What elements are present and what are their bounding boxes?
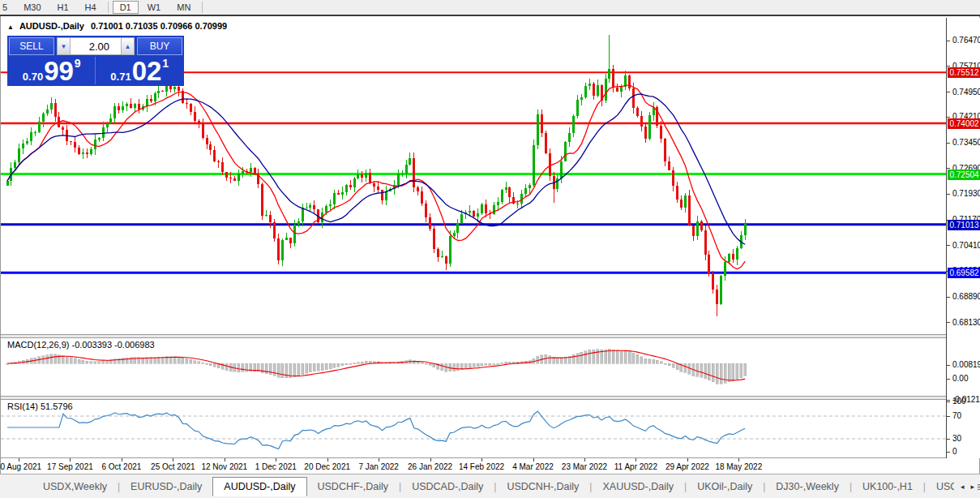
date-label: 20 Dec 2021 bbox=[304, 462, 350, 471]
tab-usdx-weekly[interactable]: USDX,Weekly bbox=[32, 478, 118, 496]
macd-axis-tick bbox=[947, 379, 950, 380]
price-level-badge: 0.75512 bbox=[948, 67, 980, 78]
rsi-panel[interactable] bbox=[1, 398, 946, 457]
rsi-axis-label: 0 bbox=[952, 447, 957, 456]
chart-tab-bar: USDX,Weekly|EURUSD-,Daily AUDUSD-,Daily … bbox=[0, 474, 980, 498]
price-tick bbox=[947, 245, 950, 246]
sell-price-box[interactable]: 0.70 99 9 bbox=[9, 57, 96, 84]
date-label: 1 Dec 2021 bbox=[255, 462, 297, 471]
price-tick bbox=[947, 117, 950, 118]
timeframe-toolbar: 5M30H1H4D1W1MN bbox=[0, 0, 980, 16]
macd-axis-label: 0.008197 bbox=[952, 360, 980, 369]
price-level-badge: 0.72504 bbox=[948, 170, 980, 180]
price-axis[interactable]: 0.764700.757100.749500.742100.734500.726… bbox=[946, 18, 980, 458]
buy-price-sup: 1 bbox=[162, 58, 169, 69]
date-tick bbox=[738, 458, 739, 462]
rsi-axis-label: 30 bbox=[952, 434, 961, 443]
terminal-window: 5M30H1H4D1W1MN ▲AUDUSD-,Daily0.71001 0.7… bbox=[0, 0, 980, 498]
ma-fast-line bbox=[7, 85, 745, 269]
macd-axis-tick bbox=[947, 365, 950, 366]
price-level-badge: 0.69582 bbox=[948, 268, 980, 278]
date-tick bbox=[430, 458, 431, 462]
price-tick bbox=[947, 41, 950, 41]
collapse-arrow-icon[interactable]: ▲ bbox=[7, 24, 14, 31]
price-tick-label: 0.68890 bbox=[952, 292, 980, 301]
buy-price-small: 0.71 bbox=[110, 71, 131, 82]
price-tick-label: 0.76470 bbox=[952, 36, 980, 45]
volume-input[interactable]: 2.00 bbox=[71, 37, 121, 55]
date-label: 25 Oct 2021 bbox=[151, 462, 195, 471]
timeframe-button-d1[interactable]: D1 bbox=[113, 1, 139, 14]
date-label: 12 Nov 2021 bbox=[201, 462, 247, 471]
date-tick bbox=[276, 458, 276, 462]
buy-button[interactable]: BUY bbox=[137, 37, 182, 55]
date-label: 18 May 2022 bbox=[715, 462, 762, 471]
sell-price-big: 99 bbox=[44, 58, 74, 84]
price-tick bbox=[947, 143, 950, 144]
timeframe-button-m30[interactable]: M30 bbox=[16, 1, 48, 14]
chart-ohlc-values: 0.71001 0.71035 0.70966 0.70999 bbox=[91, 21, 227, 31]
price-tick bbox=[947, 92, 950, 92]
date-label: 30 Aug 2021 bbox=[0, 462, 41, 471]
date-tick bbox=[533, 458, 534, 462]
one-click-trading-panel: SELL ▼ 2.00 ▲ BUY 0.70 99 9 0.71 02 1 bbox=[7, 36, 184, 86]
timeframe-button-w1[interactable]: W1 bbox=[140, 1, 169, 14]
spin-down-icon: ▼ bbox=[61, 43, 67, 50]
spin-up-icon: ▲ bbox=[125, 43, 131, 50]
price-tick-label: 0.74950 bbox=[952, 88, 980, 97]
date-tick bbox=[687, 458, 688, 462]
scroll-left-icon[interactable]: ◂ bbox=[957, 481, 968, 492]
price-level-badge: 0.74002 bbox=[948, 118, 980, 129]
tab-usdchf-daily[interactable]: USDCHF-,Daily bbox=[307, 478, 400, 496]
rsi-axis-tick bbox=[947, 416, 950, 417]
date-tick bbox=[636, 458, 636, 462]
buy-price-box[interactable]: 0.71 02 1 bbox=[97, 57, 183, 84]
price-tick bbox=[947, 194, 950, 195]
macd-axis-tick bbox=[947, 400, 950, 401]
buy-price-big: 02 bbox=[132, 58, 162, 84]
sell-button[interactable]: SELL bbox=[9, 37, 54, 55]
price-tick-label: 0.71930 bbox=[952, 189, 980, 198]
date-label: 14 Feb 2022 bbox=[459, 462, 504, 471]
rsi-axis-label: 100 bbox=[952, 397, 966, 406]
volume-decrease-button[interactable]: ▼ bbox=[57, 37, 71, 55]
hlines-layer[interactable] bbox=[1, 72, 946, 273]
date-tick bbox=[379, 458, 379, 462]
date-tick bbox=[70, 458, 71, 462]
date-label: 29 Apr 2022 bbox=[665, 462, 709, 471]
timeframe-button-h4[interactable]: H4 bbox=[78, 1, 104, 14]
ma-slow-line bbox=[7, 94, 745, 244]
sell-price-sup: 9 bbox=[75, 58, 81, 69]
tab-xauusd-daily[interactable]: XAUUSD-,Daily bbox=[592, 478, 684, 496]
tab-usdcad-daily[interactable]: USDCAD-,Daily bbox=[401, 478, 494, 496]
tab-audusd-daily[interactable]: AUDUSD-,Daily bbox=[212, 477, 306, 496]
price-level-badge: 0.71013 bbox=[948, 220, 980, 230]
tab-uk100-h1[interactable]: UK100-,H1 bbox=[852, 478, 923, 496]
date-label: 11 Apr 2022 bbox=[614, 462, 657, 471]
date-label: 6 Oct 2021 bbox=[101, 462, 141, 471]
macd-histogram bbox=[6, 349, 747, 384]
toolbar-separator bbox=[108, 2, 109, 13]
timeframe-button-5[interactable]: 5 bbox=[0, 1, 15, 14]
scroll-right-icon[interactable]: ▸ bbox=[967, 481, 978, 492]
tab-usdcnh-daily[interactable]: USDCNH-,Daily bbox=[496, 478, 589, 496]
tab-eurusd-daily[interactable]: EURUSD-,Daily bbox=[120, 478, 212, 496]
tab-dj30-weekly[interactable]: DJ30-,Weekly bbox=[765, 478, 849, 496]
price-tick-label: 0.70410 bbox=[952, 241, 980, 250]
rsi-axis-tick bbox=[947, 439, 950, 440]
date-label: 7 Jan 2022 bbox=[358, 462, 399, 471]
date-tick bbox=[122, 458, 122, 462]
rsi-axis-tick bbox=[947, 452, 950, 453]
date-axis[interactable]: 30 Aug 202117 Sep 20216 Oct 202125 Oct 2… bbox=[1, 458, 946, 474]
timeframe-button-h1[interactable]: H1 bbox=[50, 1, 76, 14]
date-tick bbox=[584, 458, 585, 462]
tab-ukoil-daily[interactable]: UKOil-,Daily bbox=[687, 478, 763, 496]
date-tick bbox=[327, 458, 328, 462]
volume-increase-button[interactable]: ▲ bbox=[121, 37, 135, 55]
date-tick bbox=[481, 458, 482, 462]
toolbar-separator bbox=[202, 2, 203, 13]
timeframe-button-mn[interactable]: MN bbox=[169, 1, 198, 14]
rsi-line bbox=[7, 411, 745, 449]
macd-axis-label: 0.00 bbox=[952, 374, 968, 383]
chart-symbol-title: AUDUSD-,Daily bbox=[19, 21, 84, 31]
